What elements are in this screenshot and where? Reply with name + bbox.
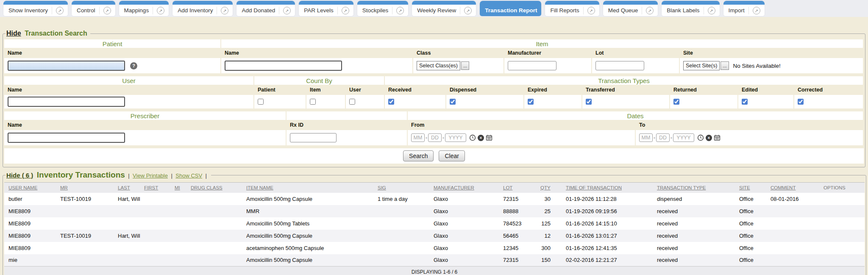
tab-add-donated[interactable]: Add Donated↗ (236, 1, 295, 16)
open-in-new-window-icon[interactable]: ↗ (337, 7, 349, 14)
cell-mi (170, 217, 186, 230)
tab-transaction-report[interactable]: Transaction Report (480, 1, 541, 16)
transaction-type-label-received: Received (385, 86, 445, 94)
arrow-up-right-glyph: ↗ (646, 7, 654, 14)
count-by-checkbox-item[interactable] (310, 99, 316, 105)
column-header-mi[interactable]: MI (170, 183, 186, 193)
column-header-comment[interactable]: COMMENT (766, 183, 819, 193)
column-header-last[interactable]: LAST (114, 183, 140, 193)
count-by-checkbox-patient[interactable] (258, 99, 264, 105)
from-month-input[interactable] (411, 133, 425, 142)
prescriber-name-input[interactable] (8, 133, 125, 143)
results-panel-title: Inventory Transactions (37, 170, 125, 179)
cell-item-name: acetaminophen 500mg Capsule (242, 242, 373, 254)
open-in-new-window-icon[interactable]: ↗ (460, 7, 472, 14)
to-month-input[interactable] (639, 133, 653, 142)
column-header-sig[interactable]: SIG (373, 183, 429, 193)
rx-id-input[interactable] (290, 133, 337, 142)
open-in-new-window-icon[interactable]: ↗ (99, 7, 111, 14)
to-calendar-icon[interactable] (714, 134, 721, 141)
column-header-user-name[interactable]: USER NAME (4, 183, 56, 193)
to-day-input[interactable] (656, 133, 670, 142)
select-classes-box[interactable]: Select Class(es) (417, 61, 460, 70)
clear-button[interactable]: Clear (439, 150, 465, 161)
to-clock-icon[interactable] (697, 134, 704, 141)
open-in-new-window-icon[interactable]: ↗ (642, 7, 654, 14)
manufacturer-cell (504, 58, 591, 73)
column-header-drug-class[interactable]: DRUG CLASS (186, 183, 242, 193)
column-header-manufacturer[interactable]: MANUFACTURER (429, 183, 499, 193)
show-csv-link[interactable]: Show CSV (175, 172, 202, 179)
column-header-qty[interactable]: QTY (536, 183, 562, 193)
arrow-up-right-glyph: ↗ (587, 7, 595, 14)
table-row: MIE8809MMRGlaxo888882501-19-2026 09:19:5… (4, 205, 865, 217)
tab-show-inventory[interactable]: Show Inventory↗ (3, 1, 68, 16)
open-in-new-window-icon[interactable]: ↗ (52, 7, 64, 14)
tab-med-queue[interactable]: Med Queue↗ (603, 1, 658, 16)
date-separator: - (426, 135, 427, 141)
search-button[interactable]: Search (403, 150, 434, 161)
to-year-input[interactable] (673, 133, 694, 142)
rx-id-section-header-empty (287, 111, 407, 120)
cell-drug-class (186, 230, 242, 242)
select-sites-ellipsis-button[interactable]: ... (721, 61, 729, 70)
manufacturer-input[interactable] (508, 61, 556, 70)
transaction-type-checkbox-received[interactable] (388, 99, 394, 105)
hide-search-link[interactable]: Hide (6, 30, 21, 37)
count-by-checkbox-user[interactable] (349, 99, 355, 105)
tab-accent-bar (545, 1, 599, 5)
transaction-type-checkbox-edited[interactable] (742, 99, 748, 105)
transaction-type-checkbox-expired[interactable] (528, 99, 534, 105)
tab-mappings[interactable]: Mappings↗ (119, 1, 169, 16)
tab-stockpiles[interactable]: Stockpiles↗ (357, 1, 409, 16)
open-in-new-window-icon[interactable]: ↗ (392, 7, 404, 14)
count-by-label-patient: Patient (254, 86, 306, 94)
table-row: MIE8809TEST-10019Hart, William, S.Amoxic… (4, 230, 865, 242)
item-name-input[interactable] (225, 61, 342, 71)
column-header-time-of-transaction[interactable]: TIME OF TRANSACTION (562, 183, 653, 193)
from-year-input[interactable] (445, 133, 466, 142)
tab-par-levels[interactable]: PAR Levels↗ (299, 1, 353, 16)
select-sites-box[interactable]: Select Site(s) (683, 61, 720, 70)
transaction-type-checkbox-corrected[interactable] (798, 99, 804, 105)
open-in-new-window-icon[interactable]: ↗ (704, 7, 715, 14)
open-in-new-window-icon[interactable]: ↗ (279, 7, 291, 14)
tab-body: PAR Levels↗ (299, 5, 353, 16)
cell-time-of-transaction: 01-19-2026 09:19:56 (562, 205, 653, 217)
help-icon[interactable]: ? (130, 62, 137, 69)
view-printable-link[interactable]: View Printable (133, 172, 168, 179)
column-header-lot[interactable]: LOT (499, 183, 536, 193)
tab-control[interactable]: Control↗ (72, 1, 115, 16)
transaction-type-checkbox-transferred[interactable] (586, 99, 592, 105)
from-day-input[interactable] (428, 133, 442, 142)
lot-input[interactable] (595, 61, 644, 70)
column-header-mr[interactable]: MR (56, 183, 114, 193)
column-header-transaction-type[interactable]: TRANSACTION TYPE (653, 183, 735, 193)
column-header-first[interactable]: FIRST (140, 183, 170, 193)
from-clock-icon[interactable] (469, 134, 476, 141)
patient-name-input[interactable] (8, 61, 125, 71)
tab-blank-labels[interactable]: Blank Labels↗ (662, 1, 719, 16)
legend-separator: | (128, 172, 129, 179)
tab-weekly-review[interactable]: Weekly Review↗ (412, 1, 476, 16)
tab-accent-bar (723, 1, 765, 5)
tab-import[interactable]: Import↗ (723, 1, 765, 16)
column-header-site[interactable]: SITE (735, 183, 766, 193)
tab-add-inventory[interactable]: Add Inventory↗ (172, 1, 233, 16)
from-clear-icon[interactable]: × (478, 135, 484, 141)
transaction-type-checkbox-returned[interactable] (673, 99, 679, 105)
from-calendar-icon[interactable] (486, 134, 492, 141)
open-in-new-window-icon[interactable]: ↗ (748, 7, 760, 14)
to-clear-icon[interactable]: × (706, 135, 712, 141)
cell-mi (170, 205, 186, 217)
tab-fill-reports[interactable]: Fill Reports↗ (545, 1, 599, 16)
column-header-item-name[interactable]: ITEM NAME (242, 183, 373, 193)
transaction-type-checkbox-dispensed[interactable] (450, 99, 456, 105)
hide-results-link[interactable]: Hide ( 6 ) (6, 172, 33, 179)
open-in-new-window-icon[interactable]: ↗ (583, 7, 595, 14)
open-in-new-window-icon[interactable]: ↗ (217, 7, 228, 14)
user-name-input[interactable] (8, 97, 125, 107)
open-in-new-window-icon[interactable]: ↗ (153, 7, 164, 14)
select-classes-ellipsis-button[interactable]: ... (461, 61, 469, 70)
tab-body: Stockpiles↗ (357, 5, 409, 16)
